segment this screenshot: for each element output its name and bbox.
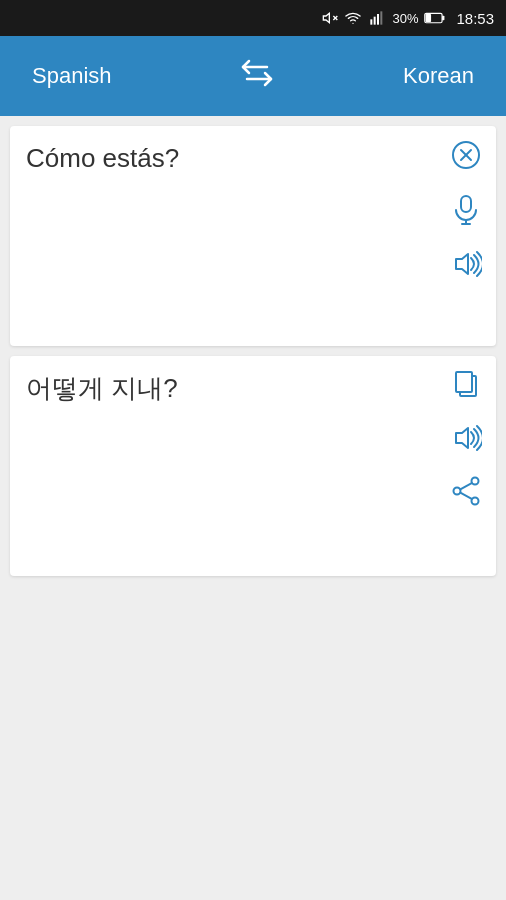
target-text: 어떻게 지내?: [26, 372, 480, 406]
svg-rect-6: [381, 11, 383, 24]
status-time: 18:53: [456, 10, 494, 27]
svg-rect-5: [377, 14, 379, 25]
svg-rect-9: [426, 14, 432, 22]
microphone-icon: [452, 194, 480, 226]
target-speaker-button[interactable]: [448, 422, 484, 454]
target-volume-icon: [450, 424, 482, 452]
svg-line-26: [460, 493, 471, 499]
copy-button[interactable]: [450, 368, 482, 402]
svg-rect-4: [374, 17, 376, 25]
microphone-button[interactable]: [450, 192, 482, 228]
svg-rect-20: [456, 372, 472, 392]
share-button[interactable]: [449, 474, 483, 508]
app-toolbar: Spanish Korean: [0, 36, 506, 116]
source-card: Cómo estás?: [10, 126, 496, 346]
share-icon: [451, 476, 481, 506]
clear-icon: [451, 140, 481, 170]
source-actions: [448, 138, 484, 280]
svg-marker-0: [324, 13, 330, 22]
swap-languages-button[interactable]: [231, 51, 283, 101]
svg-rect-3: [371, 19, 373, 24]
source-language-button[interactable]: Spanish: [24, 55, 120, 97]
signal-icon: [368, 10, 386, 26]
svg-point-23: [454, 488, 461, 495]
copy-icon: [452, 370, 480, 400]
svg-marker-21: [456, 428, 468, 448]
source-volume-icon: [450, 250, 482, 278]
swap-icon: [239, 59, 275, 87]
svg-marker-18: [456, 254, 468, 274]
target-actions: [448, 368, 484, 508]
source-text: Cómo estás?: [26, 142, 480, 176]
target-card: 어떻게 지내?: [10, 356, 496, 576]
svg-rect-8: [443, 16, 445, 21]
battery-icon: [424, 11, 446, 25]
main-content: Cómo estás?: [0, 116, 506, 900]
battery-percentage: 30%: [392, 11, 418, 26]
mute-icon: [322, 10, 338, 26]
svg-line-25: [460, 483, 471, 489]
svg-rect-15: [461, 196, 471, 212]
clear-button[interactable]: [449, 138, 483, 172]
status-bar: 30% 18:53: [0, 0, 506, 36]
wifi-icon: [344, 10, 362, 26]
target-language-button[interactable]: Korean: [395, 55, 482, 97]
status-icons: 30% 18:53: [322, 10, 494, 27]
source-speaker-button[interactable]: [448, 248, 484, 280]
